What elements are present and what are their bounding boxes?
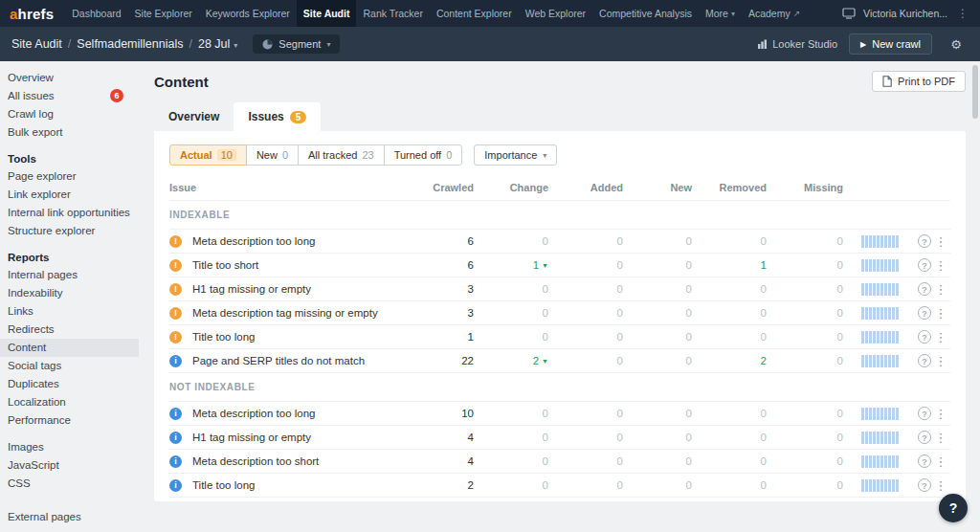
segment-button[interactable]: Segment ▾ bbox=[253, 34, 340, 54]
nav-item-more[interactable]: More▾ bbox=[699, 0, 742, 27]
history-sparkline[interactable] bbox=[843, 432, 899, 444]
sparkline-bar bbox=[888, 283, 891, 296]
help-icon[interactable]: ? bbox=[918, 478, 931, 492]
tab-overview[interactable]: Overview bbox=[154, 102, 234, 131]
nav-item-keywords-explorer[interactable]: Keywords Explorer bbox=[199, 0, 297, 27]
help-icon[interactable]: ? bbox=[918, 282, 931, 296]
monitor-icon[interactable] bbox=[842, 8, 856, 19]
nav-item-site-explorer[interactable]: Site Explorer bbox=[128, 0, 199, 27]
help-icon[interactable]: ? bbox=[918, 407, 931, 420]
issue-name[interactable]: Title too short bbox=[192, 259, 412, 271]
issue-name[interactable]: Meta description too long bbox=[192, 235, 412, 247]
help-icon[interactable]: ? bbox=[918, 431, 931, 444]
crawl-date-dropdown[interactable]: 28 Jul▾ bbox=[198, 37, 237, 51]
nav-item-site-audit[interactable]: Site Audit bbox=[297, 0, 357, 27]
nav-item-academy[interactable]: Academy↗ bbox=[742, 0, 807, 27]
sidebar-item-localization[interactable]: Localization bbox=[0, 393, 139, 411]
history-sparkline[interactable] bbox=[843, 307, 899, 320]
sidebar-item-content[interactable]: Content bbox=[0, 339, 139, 357]
help-icon[interactable]: ? bbox=[918, 454, 931, 468]
issue-name[interactable]: Meta description tag missing or empty bbox=[192, 307, 412, 319]
row-kebab-menu-icon[interactable]: ⋮ bbox=[931, 355, 950, 367]
row-kebab-menu-icon[interactable]: ⋮ bbox=[931, 235, 950, 248]
sidebar-item-duplicates[interactable]: Duplicates bbox=[0, 375, 139, 393]
filter-new[interactable]: New0 bbox=[246, 144, 299, 166]
history-sparkline[interactable] bbox=[843, 455, 899, 468]
history-sparkline[interactable] bbox=[843, 355, 899, 367]
sidebar-item-overview[interactable]: Overview bbox=[0, 69, 139, 87]
sidebar-item-link-explorer[interactable]: Link explorer bbox=[0, 186, 139, 204]
new-crawl-button[interactable]: ▶ New crawl bbox=[849, 33, 932, 55]
help-icon[interactable]: ? bbox=[918, 330, 931, 344]
sidebar-item-internal-pages[interactable]: Internal pages bbox=[0, 266, 139, 284]
nav-item-rank-tracker[interactable]: Rank Tracker bbox=[356, 0, 429, 27]
sidebar-item-links[interactable]: Links bbox=[0, 302, 139, 321]
cell-value: 0 bbox=[767, 479, 843, 491]
history-sparkline[interactable] bbox=[843, 235, 899, 248]
sidebar-item-all-issues[interactable]: All issues6 bbox=[0, 87, 139, 105]
history-sparkline[interactable] bbox=[843, 259, 899, 272]
nav-item-dashboard[interactable]: Dashboard bbox=[65, 0, 127, 27]
nav-item-web-explorer[interactable]: Web Explorer bbox=[519, 0, 592, 27]
window-scrollbar[interactable] bbox=[972, 65, 978, 524]
sidebar-item-bulk-export[interactable]: Bulk export bbox=[0, 123, 139, 142]
sidebar-group: OverviewAll issues6Crawl logBulk export bbox=[0, 69, 139, 142]
sidebar-item-crawl-log[interactable]: Crawl log bbox=[0, 105, 139, 123]
nav-item-content-explorer[interactable]: Content Explorer bbox=[430, 0, 519, 27]
settings-gear-icon[interactable]: ⚙ bbox=[944, 33, 969, 55]
history-sparkline[interactable] bbox=[843, 408, 899, 420]
history-sparkline[interactable] bbox=[843, 283, 899, 296]
sidebar-item-internal-link-opportunities[interactable]: Internal link opportunities bbox=[0, 204, 139, 222]
issue-name[interactable]: H1 tag missing or empty bbox=[192, 283, 412, 295]
history-sparkline[interactable] bbox=[843, 479, 899, 492]
row-kebab-menu-icon[interactable]: ⋮ bbox=[931, 307, 950, 320]
user-name[interactable]: Victoria Kurichen... bbox=[863, 8, 947, 19]
sidebar-item-structure-explorer[interactable]: Structure explorer bbox=[0, 222, 139, 240]
help-fab-button[interactable]: ? bbox=[939, 494, 968, 522]
looker-studio-button[interactable]: Looker Studio bbox=[757, 38, 837, 50]
help-icon[interactable]: ? bbox=[918, 354, 931, 367]
issue-name[interactable]: Meta description too long bbox=[192, 408, 412, 419]
filter-turned-off[interactable]: Turned off0 bbox=[384, 144, 463, 166]
issue-name[interactable]: H1 tag missing or empty bbox=[192, 432, 412, 443]
print-to-pdf-button[interactable]: Print to PDF bbox=[872, 71, 966, 92]
sidebar-item-redirects[interactable]: Redirects bbox=[0, 321, 139, 339]
sidebar-item-indexability[interactable]: Indexability bbox=[0, 284, 139, 302]
issue-name[interactable]: Title too long bbox=[192, 479, 412, 491]
cell-value: 0 bbox=[474, 479, 548, 491]
filter-all-tracked[interactable]: All tracked23 bbox=[298, 144, 385, 166]
row-kebab-menu-icon[interactable]: ⋮ bbox=[931, 455, 950, 468]
help-icon[interactable]: ? bbox=[918, 258, 931, 272]
row-kebab-menu-icon[interactable]: ⋮ bbox=[931, 479, 950, 492]
scrollbar-thumb[interactable] bbox=[972, 65, 978, 119]
history-sparkline[interactable] bbox=[843, 331, 899, 344]
sidebar-item-external-pages[interactable]: External pages bbox=[0, 508, 139, 526]
row-kebab-menu-icon[interactable]: ⋮ bbox=[931, 259, 950, 272]
trend-down-icon: ▼ bbox=[542, 358, 548, 365]
filter-actual[interactable]: Actual10 bbox=[169, 144, 247, 166]
breadcrumb-project[interactable]: Selfmademillennials bbox=[77, 37, 183, 51]
sidebar-item-javascript[interactable]: JavaScript bbox=[0, 456, 139, 475]
row-kebab-menu-icon[interactable]: ⋮ bbox=[931, 331, 950, 344]
issue-name[interactable]: Meta description too short bbox=[192, 455, 412, 467]
issue-name[interactable]: Title too long bbox=[192, 331, 412, 343]
user-kebab-menu-icon[interactable]: ⋮ bbox=[955, 7, 970, 20]
help-icon[interactable]: ? bbox=[918, 234, 931, 248]
sidebar-item-social-tags[interactable]: Social tags bbox=[0, 357, 139, 375]
row-kebab-menu-icon[interactable]: ⋮ bbox=[931, 432, 950, 444]
help-icon[interactable]: ? bbox=[918, 306, 931, 320]
sidebar-item-images[interactable]: Images bbox=[0, 438, 139, 456]
row-kebab-menu-icon[interactable]: ⋮ bbox=[931, 408, 950, 420]
ahrefs-logo[interactable]: ahrefs bbox=[10, 6, 54, 22]
nav-item-competitive-analysis[interactable]: Competitive Analysis bbox=[592, 0, 699, 27]
sidebar-item-page-explorer[interactable]: Page explorer bbox=[0, 167, 139, 186]
breadcrumb-site-audit[interactable]: Site Audit bbox=[11, 37, 62, 51]
issue-name[interactable]: Page and SERP titles do not match bbox=[192, 355, 412, 366]
tab-issues[interactable]: Issues5 bbox=[234, 102, 321, 131]
row-kebab-menu-icon[interactable]: ⋮ bbox=[931, 283, 950, 296]
chevron-down-icon: ▾ bbox=[731, 10, 735, 18]
sidebar-item-performance[interactable]: Performance bbox=[0, 411, 139, 430]
importance-dropdown[interactable]: Importance ▾ bbox=[474, 144, 557, 166]
cell-value: 0 bbox=[548, 479, 623, 491]
sidebar-item-css[interactable]: CSS bbox=[0, 475, 139, 493]
